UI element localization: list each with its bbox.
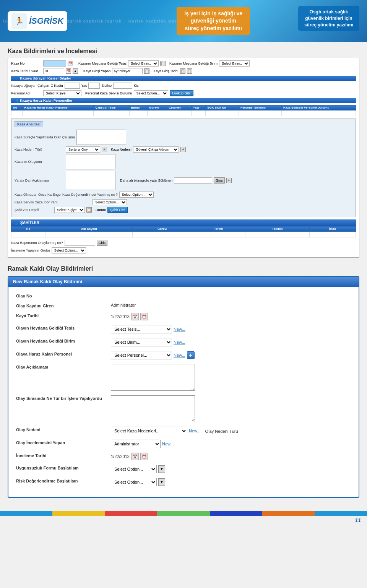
- kaza-raporunun-btn[interactable]: Giris: [97, 240, 108, 246]
- kazaya-haruz-table: No Kazanın Haruz Kalan Personel Çalıştığ…: [11, 105, 356, 116]
- kayit-tarihi-cal-icon[interactable]: 📅: [131, 313, 139, 320]
- tesis-dropdown[interactable]: Select Tesis...: [111, 325, 172, 333]
- kaza-analitsel-section: Kaza Analitsel Kaza Süreçte Yapılmakta O…: [11, 119, 356, 217]
- col-tesis: Çalıştığı Tesis: [94, 105, 129, 110]
- col-durum: Kaza Sonsesi Personel Durumu: [281, 105, 356, 110]
- kaza-analitsel-label: Kaza Analitsel: [15, 121, 43, 127]
- tesis-select[interactable]: Select Birim...: [128, 60, 159, 67]
- risk-row: Risk Değerlendirme Başlatılsın Select Op…: [16, 478, 351, 486]
- personel-adi-label: Personal Adı: [11, 91, 42, 95]
- kaza-servisi-select[interactable]: Select Option...: [93, 199, 127, 205]
- haruz-kalan-label: Olaya Haruz Kalan Personel: [16, 351, 108, 356]
- sicilno-input[interactable]: [113, 83, 132, 89]
- tesis-icon[interactable]: 📋: [160, 61, 166, 66]
- kayit-tarihi-icon2[interactable]: 📋: [187, 68, 192, 74]
- kaza-nedeni-icon[interactable]: +: [102, 147, 107, 152]
- kayit-tarihi-row: Kayıt Tarihi 1/22/2013 📅 ⏰: [16, 313, 351, 320]
- lookup-btn[interactable]: Lookup Gits: [170, 90, 193, 96]
- footer-seg-yellow: [52, 511, 105, 516]
- kaza-panel-body: Kaza No 📅 Kazanın Meydana Geldiği Tesis …: [8, 58, 359, 257]
- tarih-input[interactable]: [43, 68, 64, 74]
- sahit-select[interactable]: Select Kişiye...: [54, 207, 85, 213]
- sahitler-icon: 👤: [14, 221, 19, 225]
- birim-new-btn[interactable]: New...: [174, 340, 185, 344]
- kazaya-haruz-label: Kazaya Haruz Kalan Personeller: [20, 99, 72, 102]
- risk-label: Risk Değerlendirme Başlatılsın: [16, 478, 108, 483]
- kaza-sirasinda-textarea[interactable]: [76, 130, 126, 145]
- footer-bar: [0, 511, 367, 516]
- haruz-kalan-row: Olaya Haruz Kalan Personel Select Person…: [16, 351, 351, 359]
- daha-ati-icon[interactable]: +: [226, 178, 232, 183]
- col-personel: Kazanın Haruz Kalan Personel: [23, 105, 94, 110]
- kaza-nedeni2-icon[interactable]: +: [180, 147, 186, 152]
- risk-chevron-icon[interactable]: ▼: [158, 478, 165, 486]
- kaza-raporunun-label: Kaza Raporunun Onaylanmış mı?: [11, 241, 63, 245]
- personel-add-btn[interactable]: +: [187, 351, 195, 359]
- kaza-raporunun-input[interactable]: [65, 240, 95, 246]
- sahit-btn[interactable]: Şahit Gits: [107, 207, 128, 213]
- col-birimi: Birimi: [129, 105, 147, 110]
- sahit-table-row: [11, 232, 356, 237]
- olay-sirasinda-row: Olay Sırasında Ne Tür bir İşlem Yapılıyo…: [16, 395, 351, 422]
- yarali-textarea[interactable]: [66, 171, 115, 190]
- personel-new-btn[interactable]: New...: [174, 353, 185, 357]
- inceleme-tarihi-cal-icon[interactable]: 📅: [131, 453, 139, 460]
- olay-nedeni-label: Olay Nedeni: [16, 427, 108, 432]
- footer-seg-red: [105, 511, 157, 516]
- ramak-header: New Ramak Kaldı Olay Bildirimi: [8, 277, 359, 287]
- kaza-olusum-row: Kazanın Oluşumu: [15, 154, 352, 169]
- kayit-input[interactable]: [112, 68, 143, 74]
- kaza-olmadan-select[interactable]: Select Option...: [119, 192, 154, 198]
- olay-incelemesini-new-btn[interactable]: New...: [162, 442, 174, 446]
- section-title-ramak: Ramak Kaldı Olay Bildirimleri: [8, 265, 359, 272]
- daha-ati-input[interactable]: [174, 177, 212, 184]
- kayit-tarihi-time-icon[interactable]: ⏰: [140, 313, 148, 320]
- kaza-nedeni2-select[interactable]: Güvenli Çıkışa Vürum: [133, 146, 179, 153]
- olay-nedeni-field: Select Kaza Nedenleri... New... Olay Ned…: [111, 427, 238, 435]
- olay-nedeni-dropdown[interactable]: Select Kaza Nedenleri...: [111, 427, 187, 435]
- birim-field: Select Birim... New...: [111, 338, 185, 346]
- daha-ati-btn[interactable]: Giris: [214, 177, 225, 184]
- kayit-icon[interactable]: 📋: [144, 68, 149, 74]
- uygunsuzluk-dropdown[interactable]: Select Option...: [111, 465, 157, 473]
- inceleme-select[interactable]: Select Option...: [52, 247, 86, 253]
- kadin-input[interactable]: [65, 83, 80, 89]
- tesis-label: Kazanın Meydana Geldiği Tesis: [78, 62, 127, 65]
- uygunsuzluk-row: Uygunsuzluk Formu Başlatılsın Select Opt…: [16, 465, 351, 473]
- kayit-tarihi-icon1[interactable]: 📋: [180, 68, 185, 74]
- personel-dropdown[interactable]: Select Personel...: [111, 351, 172, 359]
- kazaya-haruz-section: 👥 Kazaya Haruz Kalan Personeller: [11, 98, 356, 103]
- olay-sirasinda-textarea[interactable]: [111, 395, 195, 422]
- tarih-up-icon[interactable]: ▲: [73, 68, 78, 74]
- kaydi-giren-row: Olay Kaydını Giren Administrator: [16, 303, 351, 308]
- kaza-no-input[interactable]: [43, 60, 66, 67]
- tarih-cal-icon[interactable]: 📅: [66, 68, 71, 74]
- page-number: 11: [0, 516, 367, 525]
- personel-kaza-select[interactable]: Select Option...: [134, 90, 168, 96]
- sahit-icon[interactable]: 📋: [86, 207, 92, 213]
- olay-incelemesini-dropdown[interactable]: Administrator: [111, 440, 161, 448]
- sahit-col-adi: Adı Soyadı: [45, 226, 133, 232]
- olay-no-value: [111, 293, 351, 297]
- yas-input[interactable]: [88, 83, 100, 89]
- birim-select[interactable]: Select Birim...: [219, 60, 250, 67]
- kaza-no-label: Kaza No: [11, 62, 42, 65]
- table-row: [11, 110, 356, 116]
- inceleme-tarihi-time-icon[interactable]: ⏰: [140, 453, 148, 460]
- calendar-icon[interactable]: 📅: [68, 61, 73, 66]
- kaza-olusum-textarea[interactable]: [66, 154, 115, 169]
- uygunsuzluk-chevron-icon[interactable]: ▼: [158, 465, 165, 473]
- personel-adi-select[interactable]: Select Kişiye...: [43, 90, 81, 96]
- tesis-new-btn[interactable]: New...: [174, 327, 185, 331]
- kaza-nedeni-select[interactable]: Serteral Onyin: [66, 146, 100, 153]
- olay-nedeni-new-btn[interactable]: New...: [189, 429, 201, 433]
- footer-seg-orange: [262, 511, 315, 516]
- birim-dropdown[interactable]: Select Birim...: [111, 338, 172, 346]
- kaza-sirasinda-row: Kaza Süreçte Yapılmakta Olan Çalışma: [15, 130, 352, 145]
- kaydi-giren-value: Administrator: [111, 303, 351, 307]
- risk-dropdown[interactable]: Select Option...: [111, 478, 157, 486]
- olay-aciklamasi-textarea[interactable]: [111, 364, 195, 391]
- footer-seg-green: [157, 511, 209, 516]
- olay-nedeni-row: Olay Nedeni Select Kaza Nedenleri... New…: [16, 427, 351, 435]
- olay-incelemesini-label: Olay İncelemesini Yapan: [16, 440, 108, 445]
